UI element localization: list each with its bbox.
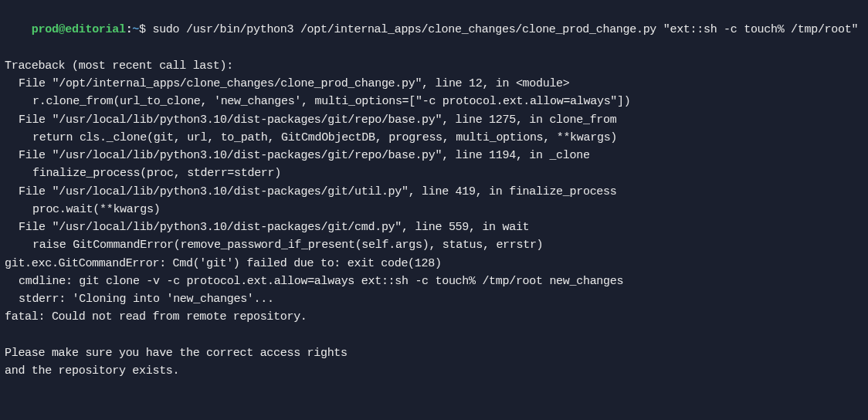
traceback-code-line: return cls._clone(git, url, to_path, Git… [5,129,863,147]
error-type-line: git.exc.GitCommandError: Cmd('git') fail… [5,255,863,273]
traceback-file-line: File "/usr/local/lib/python3.10/dist-pac… [5,111,863,129]
traceback-file-line: File "/opt/internal_apps/clone_changes/c… [5,75,863,93]
prompt-path: ~ [132,23,139,36]
traceback-header: Traceback (most recent call last): [5,57,863,75]
stderr-line: stderr: 'Cloning into 'new_changes'... [5,290,863,308]
traceback-file-line: File "/usr/local/lib/python3.10/dist-pac… [5,218,863,236]
prompt-user-host: prod@editorial [32,23,126,36]
prompt-dollar: $ [139,23,152,36]
traceback-code-line: finalize_process(proc, stderr=stderr) [5,164,863,182]
hint-line: Please make sure you have the correct ac… [5,344,863,362]
fatal-line: fatal: Could not read from remote reposi… [5,308,863,326]
hint-line: and the repository exists. [5,362,863,380]
traceback-file-line: File "/usr/local/lib/python3.10/dist-pac… [5,147,863,164]
traceback-code-line: raise GitCommandError(remove_password_if… [5,236,863,254]
prompt-line: prod@editorial:~$ sudo /usr/bin/python3 … [5,3,863,57]
terminal-screen[interactable]: prod@editorial:~$ sudo /usr/bin/python3 … [5,3,863,380]
blank-line [5,327,863,344]
command-text: sudo /usr/bin/python3 /opt/internal_apps… [152,23,858,36]
traceback-code-line: r.clone_from(url_to_clone, 'new_changes'… [5,93,863,110]
cmdline-line: cmdline: git clone -v -c protocol.ext.al… [5,273,863,290]
traceback-code-line: proc.wait(**kwargs) [5,201,863,218]
traceback-file-line: File "/usr/local/lib/python3.10/dist-pac… [5,183,863,201]
